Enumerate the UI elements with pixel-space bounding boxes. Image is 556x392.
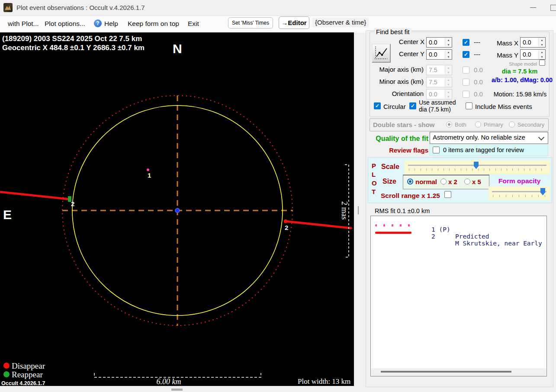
quality-of-fit-dropdown[interactable]: Astrometry only. No reliable size bbox=[430, 132, 548, 144]
mass-y-spinner[interactable]: 0.0 ▲▼ bbox=[520, 49, 546, 60]
observations-listbox[interactable]: 1 (P) Predicted 2 M Skrutskie, near Earl… bbox=[370, 216, 547, 376]
size-x2-radio[interactable] bbox=[440, 178, 447, 185]
predicted-point bbox=[147, 169, 149, 171]
splitter-handle[interactable] bbox=[358, 206, 359, 214]
find-best-fit-label: Find best fit bbox=[374, 28, 411, 35]
north-label: N bbox=[173, 41, 182, 56]
use-assumed-dia-checkbox[interactable] bbox=[409, 102, 416, 109]
window-title: Plot event observations : Occult v.4.202… bbox=[16, 4, 145, 11]
center-x-checkbox[interactable] bbox=[463, 39, 469, 46]
center-y-checkbox[interactable] bbox=[463, 51, 469, 58]
east-label: E bbox=[3, 207, 12, 222]
app-icon bbox=[3, 3, 13, 12]
form-opacity-ticks bbox=[493, 195, 546, 197]
form-opacity-slider[interactable] bbox=[489, 186, 550, 200]
chord2-left-label: 2 bbox=[71, 200, 74, 207]
double-stars-primary-radio bbox=[475, 121, 481, 127]
center-x-spinner[interactable]: 0.0 ▲▼ bbox=[426, 37, 452, 48]
km-scale-bar bbox=[94, 373, 261, 377]
plot-letter-o: O bbox=[372, 179, 377, 187]
scale-slider[interactable] bbox=[405, 160, 550, 174]
form-opacity-thumb[interactable] bbox=[540, 188, 545, 195]
spin-arrows: ▲▼ bbox=[445, 65, 452, 75]
maximize-button[interactable] bbox=[550, 5, 556, 11]
menu-keep-on-top[interactable]: Keep form on top bbox=[128, 20, 179, 28]
major-axis-spinner: 7.5 ▲▼ bbox=[426, 65, 452, 75]
observer-time-label[interactable]: {Observer & time} bbox=[312, 18, 369, 27]
use-assumed-label-2: dia (7.5 km) bbox=[419, 106, 451, 113]
editor-button[interactable]: →Editor bbox=[279, 16, 309, 29]
occultation-plot-canvas[interactable]: (189209) 2003 SS224 2025 Oct 22 7.5 km G… bbox=[0, 32, 354, 386]
size-normal-radio[interactable] bbox=[407, 178, 413, 185]
minor-axis-label: Minor axis (km) bbox=[366, 78, 424, 85]
circular-checkbox[interactable] bbox=[374, 102, 381, 109]
center-y-dash-label: --- bbox=[474, 51, 480, 58]
mas-scale-label: 2 mas bbox=[340, 201, 349, 220]
occult-window: Plot event observations : Occult v.4.202… bbox=[0, 0, 556, 392]
double-stars-secondary-radio bbox=[509, 121, 515, 127]
reappear-legend-label: Reappear bbox=[12, 370, 43, 379]
mass-x-label: Mass X bbox=[494, 39, 518, 47]
use-assumed-label-1: Use assumed bbox=[419, 99, 456, 106]
plot-letter-l: L bbox=[372, 171, 376, 178]
set-miss-times-button[interactable]: Set 'Miss' Times bbox=[228, 17, 273, 29]
major-axis-label: Major axis (km) bbox=[366, 66, 424, 73]
minimize-button[interactable]: — bbox=[524, 3, 542, 12]
menu-exit[interactable]: Exit bbox=[188, 20, 199, 28]
size-x5-radio[interactable] bbox=[464, 178, 470, 185]
size-normal-label: normal bbox=[415, 178, 437, 185]
circular-label: Circular bbox=[383, 103, 406, 110]
scale-slider-thumb[interactable] bbox=[474, 162, 479, 169]
double-stars-label: Double stars - show bbox=[373, 121, 435, 128]
disappear-legend-dot bbox=[3, 363, 10, 369]
reappear-legend-dot bbox=[3, 371, 10, 377]
shape-model-checkbox[interactable] bbox=[539, 60, 545, 66]
disappear-legend-label: Disappear bbox=[12, 361, 45, 370]
orientation-label: Orientation bbox=[366, 90, 424, 97]
plot-letter-p: P bbox=[372, 162, 376, 169]
size-x5-label: x 5 bbox=[472, 178, 481, 185]
size-radio-group: normal x 2 x 5 bbox=[403, 175, 489, 189]
listbox-horizontal-scrollbar[interactable] bbox=[371, 368, 546, 376]
plot-settings-panel: P L O T Scale Size normal x 2 x 5 Form o… bbox=[368, 157, 552, 203]
scroll-range-checkbox[interactable] bbox=[444, 191, 451, 198]
spin-arrows: ▲▼ bbox=[445, 77, 452, 87]
observation-row[interactable]: 2 M Skrutskie, near Early bbox=[371, 226, 547, 254]
double-stars-secondary-label: Secondary bbox=[517, 121, 544, 128]
spin-arrows[interactable]: ▲▼ bbox=[538, 38, 545, 47]
menu-help[interactable]: Help bbox=[104, 20, 118, 28]
menu-plot-options[interactable]: Plot options... bbox=[45, 20, 85, 28]
spin-arrows[interactable]: ▲▼ bbox=[538, 50, 545, 59]
chord2-left-segment bbox=[0, 192, 70, 199]
review-flags-checkbox[interactable] bbox=[433, 147, 440, 153]
rms-fit-label: RMS fit 0.1 ±0.0 km bbox=[375, 207, 430, 214]
km-scale-label: 6.00 km bbox=[157, 377, 181, 386]
center-x-dash-label: --- bbox=[474, 38, 480, 46]
spin-arrows[interactable]: ▲▼ bbox=[445, 38, 452, 47]
ab-dmag-label: a/b: 1.00, dMag: 0.00 bbox=[492, 76, 547, 83]
scroll-range-label: Scroll range x 1.25 bbox=[381, 192, 440, 200]
include-miss-checkbox[interactable] bbox=[466, 102, 472, 109]
plot-title-line1: (189209) 2003 SS224 2025 Oct 22 7.5 km bbox=[2, 35, 142, 43]
review-flags-field: 0 items are tagged for review bbox=[430, 144, 548, 156]
horizontal-scrollbar-thumb[interactable] bbox=[171, 389, 183, 391]
chord2-right-label: 2 bbox=[285, 224, 288, 231]
version-label: Occult 4.2026.1.7 bbox=[1, 380, 45, 386]
size-label: Size bbox=[382, 178, 396, 185]
size-x2-label: x 2 bbox=[448, 178, 457, 185]
plot-letter-t: T bbox=[372, 188, 376, 195]
title-bar: Plot event observations : Occult v.4.202… bbox=[0, 0, 556, 16]
quality-of-fit-label: Quality of the fit bbox=[369, 135, 428, 143]
major-axis-checkbox bbox=[463, 67, 469, 73]
menu-with-plot[interactable]: with Plot... bbox=[8, 20, 39, 28]
center-y-spinner[interactable]: 0.0 ▲▼ bbox=[426, 49, 452, 60]
center-y-label: Center Y bbox=[379, 50, 424, 57]
listbox-scrollbar-thumb[interactable] bbox=[381, 371, 511, 373]
orientation-zero-label: 0.0 bbox=[474, 90, 483, 98]
mass-x-spinner[interactable]: 0.0 ▲▼ bbox=[520, 37, 546, 48]
diameter-label: dia = 7.5 km bbox=[494, 68, 546, 75]
help-icon[interactable]: ? bbox=[94, 19, 102, 27]
orientation-checkbox bbox=[463, 91, 469, 98]
spin-arrows[interactable]: ▲▼ bbox=[445, 50, 452, 59]
double-stars-primary-label: Primary bbox=[484, 121, 503, 128]
